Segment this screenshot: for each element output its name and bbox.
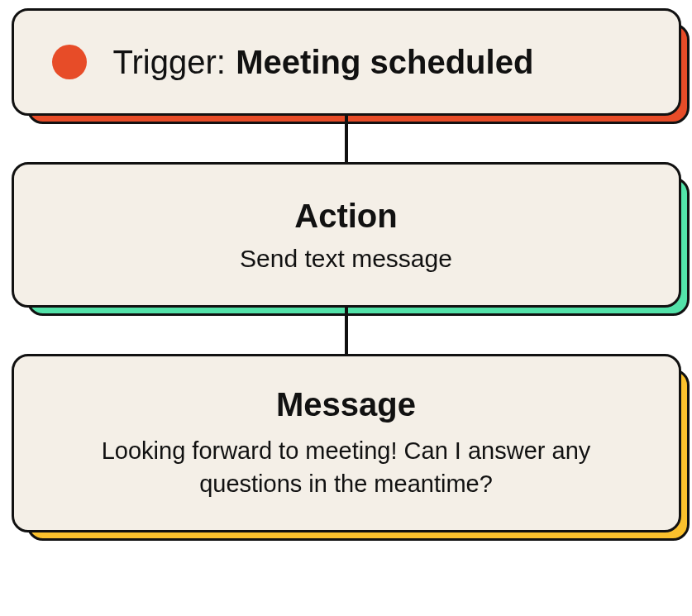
message-body: Looking forward to meeting! Can I answer…: [64, 435, 629, 499]
connector-line: [345, 116, 348, 162]
action-title: Action: [294, 198, 397, 235]
trigger-value: Meeting scheduled: [236, 44, 533, 80]
trigger-card: Trigger: Meeting scheduled: [12, 8, 681, 116]
action-card: Action Send text message: [12, 162, 681, 308]
trigger-dot-icon: [52, 45, 87, 79]
message-node: Message Looking forward to meeting! Can …: [12, 354, 681, 532]
trigger-label: Trigger:: [113, 44, 226, 80]
message-title: Message: [276, 386, 416, 423]
connector-line: [345, 308, 348, 354]
workflow-diagram: Trigger: Meeting scheduled Action Send t…: [0, 0, 692, 616]
trigger-text-group: Trigger: Meeting scheduled: [113, 44, 534, 81]
action-node: Action Send text message: [12, 162, 681, 308]
trigger-node: Trigger: Meeting scheduled: [12, 8, 681, 116]
message-card: Message Looking forward to meeting! Can …: [12, 354, 681, 532]
action-subtitle: Send text message: [240, 245, 452, 273]
